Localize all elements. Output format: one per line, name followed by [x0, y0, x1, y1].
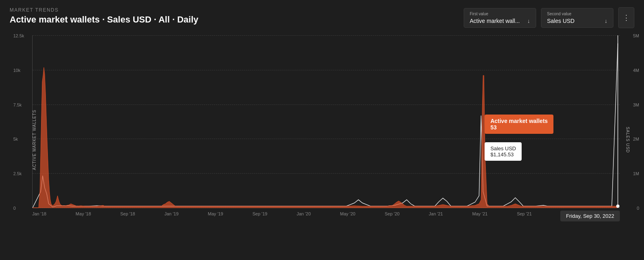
x-label-jan19: Jan '19: [164, 211, 178, 216]
second-value-dropdown-icon: ↓: [605, 18, 607, 24]
y-tick-right-4: 1M: [633, 171, 639, 176]
svg-point-2: [616, 205, 619, 208]
y-tick-left-5: 0: [13, 206, 16, 211]
x-label-may19: May '19: [208, 211, 223, 216]
chart-container: ACTIVE MARKET WALLETS SALES USD 12.5k 5M…: [0, 35, 644, 244]
first-value-content: Active market wall... ↓: [470, 18, 530, 24]
page-header: MARKET TRENDS Active market wallets · Sa…: [0, 0, 644, 31]
y-tick-right-3: 2M: [633, 137, 639, 141]
x-label-may21: May '21: [472, 211, 487, 216]
y-tick-left-2: 7.5k: [13, 102, 22, 107]
x-label-jan18: Jan '18: [32, 211, 46, 216]
second-value-label: Second value: [547, 12, 607, 16]
first-value-dropdown-icon: ↓: [527, 18, 530, 24]
first-value-text: Active market wall...: [470, 18, 520, 24]
x-label-jan20: Jan '20: [297, 211, 311, 216]
x-label-may20: May '20: [340, 211, 355, 216]
header-right: First value Active market wall... ↓ Seco…: [464, 7, 634, 28]
y-tick-left-3: 5k: [13, 137, 18, 141]
chart-svg: [33, 35, 620, 208]
chart-area: 12.5k 5M 10k 4M 7.5k 3M 5k 2M 2.5k 1M 0 …: [32, 35, 620, 208]
y-axis-right-label: SALES USD: [625, 127, 630, 153]
second-value-content: Sales USD ↓: [547, 18, 607, 24]
y-tick-left-0: 12.5k: [13, 33, 24, 38]
more-icon: ⋮: [623, 13, 630, 22]
x-label-may22: May '22: [605, 211, 620, 216]
y-tick-right-5: 0: [637, 206, 639, 211]
first-value-label: First value: [470, 12, 530, 16]
y-tick-right-1: 4M: [633, 68, 639, 73]
chart-title: Active market wallets · Sales USD · All …: [10, 14, 198, 25]
more-options-button[interactable]: ⋮: [618, 7, 634, 28]
y-tick-right-2: 3M: [633, 102, 639, 107]
y-tick-right-0: 5M: [633, 33, 639, 38]
second-value-selector[interactable]: Second value Sales USD ↓: [541, 8, 613, 28]
y-tick-left-1: 10k: [13, 68, 21, 73]
svg-marker-0: [33, 68, 618, 208]
x-label-jan21: Jan '21: [429, 211, 443, 216]
header-left: MARKET TRENDS Active market wallets · Sa…: [10, 7, 198, 25]
x-label-sep20: Sep '20: [385, 211, 400, 216]
x-label-may18: May '18: [76, 211, 91, 216]
second-value-text: Sales USD: [547, 18, 574, 24]
x-axis-labels: Jan '18 May '18 Sep '18 Jan '19 May '19 …: [32, 211, 620, 216]
first-value-selector[interactable]: First value Active market wall... ↓: [464, 8, 536, 28]
x-label-sep21: Sep '21: [517, 211, 532, 216]
x-label-sep18: Sep '18: [120, 211, 135, 216]
x-label-sep19: Sep '19: [252, 211, 267, 216]
section-label: MARKET TRENDS: [10, 7, 198, 13]
x-label-jan22: Jan '22: [561, 211, 575, 216]
y-tick-left-4: 2.5k: [13, 171, 22, 176]
